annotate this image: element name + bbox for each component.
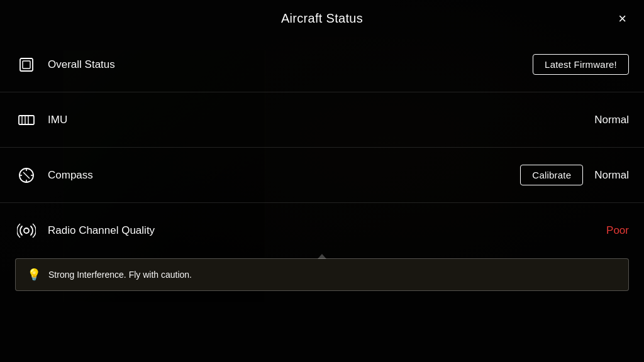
aircraft-status-modal: Aircraft Status × Overall Status Latest … xyxy=(0,0,644,362)
close-button[interactable]: × xyxy=(613,9,631,28)
radio-channel-label: Radio Channel Quality xyxy=(48,224,606,237)
compass-icon xyxy=(15,164,38,187)
imu-label: IMU xyxy=(48,114,594,126)
overall-status-row: Overall Status Latest Firmware! xyxy=(0,37,644,92)
svg-line-12 xyxy=(26,175,30,178)
lightbulb-icon: 💡 xyxy=(27,268,41,282)
compass-value: Normal xyxy=(594,169,629,182)
overall-status-label: Overall Status xyxy=(48,58,533,71)
radio-channel-value: Poor xyxy=(606,224,629,237)
radio-icon xyxy=(15,219,38,242)
device-icon xyxy=(15,53,38,76)
compass-row: Compass Calibrate Normal xyxy=(0,148,644,203)
compass-label: Compass xyxy=(48,169,520,182)
svg-rect-1 xyxy=(23,61,30,69)
radio-channel-row: Radio Channel Quality Poor xyxy=(0,203,644,258)
imu-row: IMU Normal xyxy=(0,92,644,148)
warning-banner: 💡 Strong Interference. Fly with caution. xyxy=(15,258,629,291)
svg-line-11 xyxy=(23,172,26,175)
warning-text: Strong Interference. Fly with caution. xyxy=(48,270,192,280)
svg-rect-0 xyxy=(20,58,33,71)
modal-title: Aircraft Status xyxy=(281,11,363,26)
svg-point-13 xyxy=(24,228,29,233)
imu-icon xyxy=(15,109,38,131)
latest-firmware-button[interactable]: Latest Firmware! xyxy=(533,54,629,75)
modal-header: Aircraft Status × xyxy=(0,0,644,37)
calibrate-button[interactable]: Calibrate xyxy=(520,165,583,185)
imu-value: Normal xyxy=(594,114,629,126)
modal-content: Overall Status Latest Firmware! IMU Norm… xyxy=(0,37,644,362)
svg-rect-2 xyxy=(19,116,34,124)
